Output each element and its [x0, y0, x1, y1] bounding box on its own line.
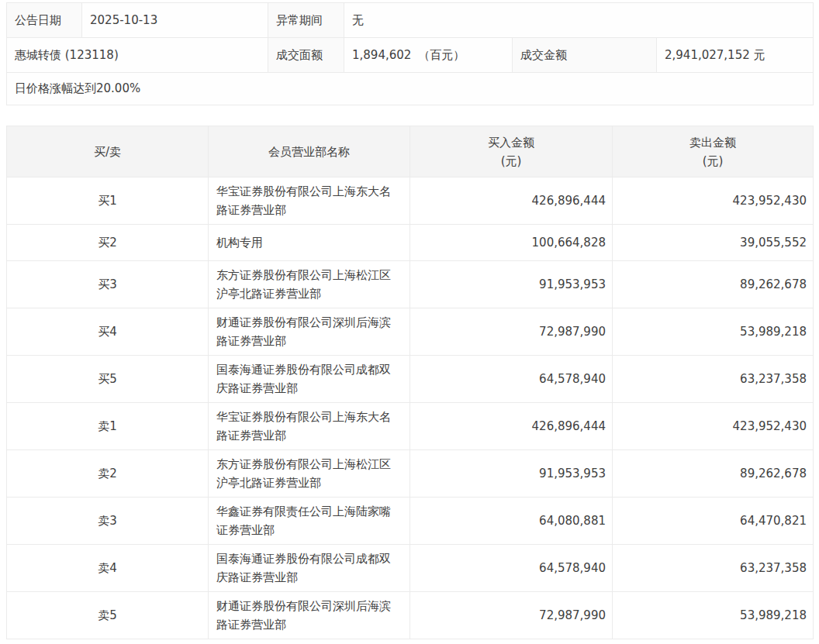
summary-row-reason: 日价格涨幅达到20.00% — [7, 73, 814, 105]
announce-date-value: 2025-10-13 — [82, 3, 268, 38]
summary-row-security: 惠城转债 (123118) 成交面额 1,894,602（百元） 成交金额 2,… — [7, 38, 814, 73]
cell-sell-amount: 423,952,430 — [613, 177, 814, 225]
cell-buy-amount: 64,578,940 — [410, 545, 613, 592]
col-header-side-title: 买/卖 — [7, 143, 208, 161]
col-header-broker-name-title: 会员营业部名称 — [209, 143, 410, 161]
broker-row: 买3东方证券股份有限公司上海松江区沪亭北路证券营业部91,953,95389,2… — [7, 261, 814, 308]
summary-table: 公告日期 2025-10-13 异常期间 无 惠城转债 (123118) 成交面… — [6, 2, 814, 105]
cell-broker-name: 机构专用 — [209, 225, 410, 261]
cell-sell-amount: 53,989,218 — [613, 308, 814, 356]
cell-buy-amount: 72,987,990 — [410, 308, 613, 356]
broker-rank-table: 买/卖 会员营业部名称 买入金额 (元) 卖出金额 (元) 买1华宝证券股份有限… — [6, 126, 814, 639]
cell-broker-name: 东方证券股份有限公司上海松江区沪亭北路证券营业部 — [209, 261, 410, 308]
cell-sell-amount: 39,055,552 — [613, 225, 814, 261]
abnormal-reason-text: 日价格涨幅达到20.00% — [7, 73, 814, 105]
cell-sell-amount: 63,237,358 — [613, 356, 814, 403]
col-header-side: 买/卖 — [7, 126, 209, 177]
cell-buy-sell-rank: 买3 — [7, 261, 209, 308]
rank-header-row: 买/卖 会员营业部名称 买入金额 (元) 卖出金额 (元) — [7, 126, 814, 177]
face-value: 1,894,602 — [352, 48, 411, 62]
cell-buy-sell-rank: 买2 — [7, 225, 209, 261]
cell-broker-name: 华宝证券股份有限公司上海东大名路证券营业部 — [209, 403, 410, 450]
cell-buy-amount: 64,578,940 — [410, 356, 613, 403]
abnormal-period-label: 异常期间 — [268, 3, 344, 38]
broker-row: 卖2东方证券股份有限公司上海松江区沪亭北路证券营业部91,953,95389,2… — [7, 450, 814, 498]
cell-sell-amount: 64,470,821 — [613, 498, 814, 545]
cell-buy-amount: 91,953,953 — [410, 450, 613, 498]
cell-buy-sell-rank: 卖3 — [7, 498, 209, 545]
cell-buy-amount: 72,987,990 — [410, 592, 613, 639]
broker-row: 卖1华宝证券股份有限公司上海东大名路证券营业部426,896,444423,95… — [7, 403, 814, 450]
cell-buy-sell-rank: 卖5 — [7, 592, 209, 639]
summary-row-date: 公告日期 2025-10-13 异常期间 无 — [7, 3, 814, 38]
cell-broker-name: 国泰海通证券股份有限公司成都双庆路证券营业部 — [209, 545, 410, 592]
cell-broker-name: 华宝证券股份有限公司上海东大名路证券营业部 — [209, 177, 410, 225]
broker-row: 买2机构专用100,664,82839,055,552 — [7, 225, 814, 261]
cell-buy-sell-rank: 买1 — [7, 177, 209, 225]
cell-buy-sell-rank: 卖2 — [7, 450, 209, 498]
cell-sell-amount: 63,237,358 — [613, 545, 814, 592]
announce-date-label: 公告日期 — [7, 3, 82, 38]
cell-sell-amount: 89,262,678 — [613, 450, 814, 498]
cell-broker-name: 财通证券股份有限公司深圳后海滨路证券营业部 — [209, 592, 410, 639]
cell-broker-name: 华鑫证券有限责任公司上海陆家嘴证券营业部 — [209, 498, 410, 545]
amount-label: 成交金额 — [513, 38, 657, 73]
col-header-broker-name: 会员营业部名称 — [209, 126, 410, 177]
face-value-label: 成交面额 — [268, 38, 344, 73]
face-value-unit: （百元） — [418, 48, 465, 62]
col-header-buy-amount: 买入金额 (元) — [410, 126, 613, 177]
cell-buy-sell-rank: 买4 — [7, 308, 209, 356]
cell-broker-name: 国泰海通证券股份有限公司成都双庆路证券营业部 — [209, 356, 410, 403]
cell-broker-name: 东方证券股份有限公司上海松江区沪亭北路证券营业部 — [209, 450, 410, 498]
cell-buy-amount: 64,080,881 — [410, 498, 613, 545]
bond-abnormal-trading-page: 公告日期 2025-10-13 异常期间 无 惠城转债 (123118) 成交面… — [0, 0, 819, 639]
cell-buy-amount: 426,896,444 — [410, 177, 613, 225]
cell-sell-amount: 89,262,678 — [613, 261, 814, 308]
col-header-buy-amount-unit: (元) — [410, 152, 612, 170]
cell-buy-amount: 91,953,953 — [410, 261, 613, 308]
face-value-cell: 1,894,602（百元） — [344, 38, 513, 73]
broker-row: 买4财通证券股份有限公司深圳后海滨路证券营业部72,987,99053,989,… — [7, 308, 814, 356]
col-header-buy-amount-title: 买入金额 — [410, 133, 612, 152]
cell-sell-amount: 423,952,430 — [613, 403, 814, 450]
broker-row: 卖3华鑫证券有限责任公司上海陆家嘴证券营业部64,080,88164,470,8… — [7, 498, 814, 545]
broker-row: 卖4国泰海通证券股份有限公司成都双庆路证券营业部64,578,94063,237… — [7, 545, 814, 592]
broker-row: 买1华宝证券股份有限公司上海东大名路证券营业部426,896,444423,95… — [7, 177, 814, 225]
amount-value: 2,941,027,152 元 — [657, 38, 814, 73]
cell-broker-name: 财通证券股份有限公司深圳后海滨路证券营业部 — [209, 308, 410, 356]
col-header-sell-amount: 卖出金额 (元) — [613, 126, 814, 177]
col-header-sell-amount-title: 卖出金额 — [613, 133, 813, 152]
col-header-sell-amount-unit: (元) — [613, 152, 813, 170]
cell-buy-sell-rank: 买5 — [7, 356, 209, 403]
security-name: 惠城转债 (123118) — [7, 38, 268, 73]
cell-sell-amount: 53,989,218 — [613, 592, 814, 639]
broker-row: 买5国泰海通证券股份有限公司成都双庆路证券营业部64,578,94063,237… — [7, 356, 814, 403]
cell-buy-sell-rank: 卖1 — [7, 403, 209, 450]
cell-buy-amount: 100,664,828 — [410, 225, 613, 261]
cell-buy-sell-rank: 卖4 — [7, 545, 209, 592]
cell-buy-amount: 426,896,444 — [410, 403, 613, 450]
abnormal-period-value: 无 — [344, 3, 814, 38]
broker-row: 卖5财通证券股份有限公司深圳后海滨路证券营业部72,987,99053,989,… — [7, 592, 814, 639]
